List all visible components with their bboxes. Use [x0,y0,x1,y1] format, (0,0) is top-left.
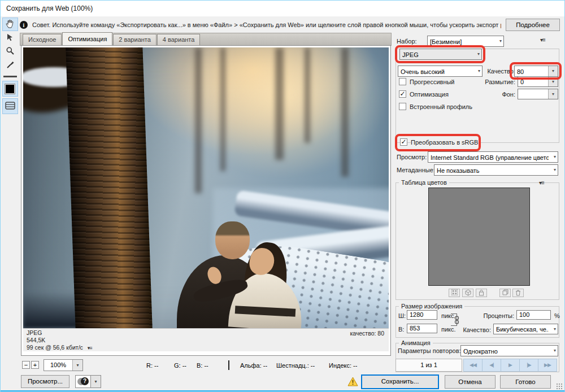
width-label: Ш: [398,312,406,319]
status-divider [228,360,229,370]
index-readout: Индекс: -- [329,362,357,369]
chevron-down-icon[interactable]: ▾ [91,375,101,388]
animation-title: Анимация [399,339,433,346]
delete-color-button[interactable] [512,289,524,297]
preview-format: JPEG [27,329,385,337]
save-button[interactable]: Сохранить... [361,374,439,389]
progressive-checkbox[interactable] [399,78,406,85]
hand-icon [5,19,15,30]
done-button[interactable]: Готово [500,375,551,389]
question-circle-icon: ? [81,377,89,385]
matte-select[interactable]: ▾ [518,89,558,99]
compression-quality-select[interactable]: Очень высокий ▾ [398,66,483,77]
title-bar: Сохранить для Web (100%) [1,1,564,16]
preview-file-size: 544,5K [27,337,385,344]
hand-tool-button[interactable] [3,18,18,31]
tab-4-up[interactable]: 4 варианта [157,34,201,45]
web-shift-button[interactable] [462,289,473,297]
slice-visibility-icon [5,102,15,111]
loop-options-select[interactable]: Однократно ▾ [460,345,558,356]
chevron-down-icon: ▾ [554,324,556,334]
settings-panel: Набор: [Безимени] ▾ ▾≡ JPEG ▾ Очень высо… [394,34,562,373]
preview-quality-label: качество: 80 [350,330,384,337]
quality-value-select[interactable]: 80 ▾ [514,66,558,77]
lock-icon [479,289,484,297]
chevron-down-icon: ▾ [478,66,480,76]
background-tree [275,47,284,160]
color-table-menu-icon[interactable]: ▾≡ [539,180,544,186]
metadata-select[interactable]: Не показывать ▾ [434,164,558,176]
preview-tab-bar: Исходное Оптимизация 2 варианта 4 вариан… [20,33,392,46]
preview-mode-select[interactable]: Internet Standard RGB (управление цвето.… [428,151,558,163]
panel-menu-icon[interactable]: ▾≡ [540,37,545,43]
dialog-button-row: Просмотр... ? ▾ Сохранить... Отмена Гото… [21,374,559,390]
loop-options-label: Параметры повторов: [398,347,461,354]
width-input[interactable]: 1280 [407,310,437,320]
browser-select-split-button[interactable]: ? ▾ [75,375,101,388]
preset-label: Набор: [397,38,417,45]
next-frame-button[interactable]: |▶ [519,359,538,372]
new-color-button[interactable] [499,289,511,297]
green-readout: G: -- [174,362,186,369]
progressive-label: Прогрессивный [410,79,455,85]
optimized-label: Оптимизация [410,91,449,98]
preview-pane: JPEG 544,5K 99 сек @ 56,6 кбит/с▾≡ качес… [21,45,391,356]
play-button[interactable]: ▶ [501,359,520,372]
chevron-down-icon: ▾ [548,66,558,76]
toolbar-divider [3,76,17,77]
preset-select[interactable]: [Безимени] ▾ [427,36,504,47]
tab-optimized[interactable]: Оптимизация [62,32,112,45]
lock-color-button[interactable] [476,289,487,297]
last-frame-button[interactable]: ▶▶ [538,359,557,372]
zoom-tool-button[interactable] [3,45,18,58]
warning-icon [347,377,358,386]
zoom-in-button[interactable]: + [31,361,39,369]
slice-select-tool-button[interactable] [3,32,18,44]
embed-profile-checkbox[interactable] [399,103,406,110]
toggle-slices-visibility-button[interactable] [3,99,18,114]
height-input[interactable]: 853 [407,324,437,333]
cancel-button[interactable]: Отмена [445,375,496,389]
more-details-button[interactable]: Подробнее [506,19,560,31]
eyedropper-color-well[interactable] [3,81,18,96]
previous-frame-button[interactable]: ◀| [482,359,501,372]
frame-counter: 1 из 1 [395,359,462,372]
eyedropper-icon [6,60,15,70]
info-menu-icon[interactable]: ▾≡ [88,345,92,352]
resample-select[interactable]: Бикубическая, че... ▾ [493,324,558,334]
format-select[interactable]: JPEG ▾ [399,49,482,60]
zoom-out-button[interactable]: − [22,361,30,369]
blue-readout: B: -- [197,362,208,369]
convert-srgb-checkbox[interactable]: ✓ [400,138,407,146]
resize-grip[interactable] [556,383,562,389]
preview-in-browser-button[interactable]: Просмотр... [21,375,69,388]
first-frame-button[interactable]: ◀◀ [463,359,483,372]
hex-readout: Шестнадц.: -- [276,362,315,369]
chevron-down-icon: ▾ [499,36,502,46]
eyedropper-tool-button[interactable] [3,59,18,71]
optimized-checkbox[interactable]: ✓ [399,90,406,98]
background-tree [305,47,310,143]
info-icon: i [20,21,28,29]
blur-select[interactable]: 0 ▾ [518,76,558,87]
color-table-area [428,188,530,286]
tab-original[interactable]: Исходное [23,34,62,45]
chevron-down-icon: ▾ [554,165,556,175]
chevron-down-icon: ▾ [554,346,556,356]
preview-download-time: 99 сек @ 56,6 кбит/с [27,344,83,351]
tab-2-up[interactable]: 2 варианта [113,34,157,45]
status-bar: − + 100% ▾ R: -- G: -- B: -- Альфа: -- Ш… [21,359,391,372]
zoom-level-select[interactable]: 100% ▾ [44,359,83,371]
trash-icon [515,289,521,297]
image-preview-canvas[interactable] [23,47,389,328]
preview-info-strip: JPEG 544,5K 99 сек @ 56,6 кбит/с▾≡ качес… [23,328,389,351]
embed-profile-label: Встроенный профиль [410,103,472,110]
dither-swatch-button[interactable] [449,289,460,297]
magnifier-icon [6,46,15,56]
slice-select-icon [6,33,15,43]
chevron-down-icon: ▾ [477,49,480,59]
color-swatch [5,84,15,94]
percent-input[interactable]: 100 [516,310,551,320]
browser-icon[interactable]: ? [75,375,91,388]
matte-label: Фон: [475,91,515,98]
